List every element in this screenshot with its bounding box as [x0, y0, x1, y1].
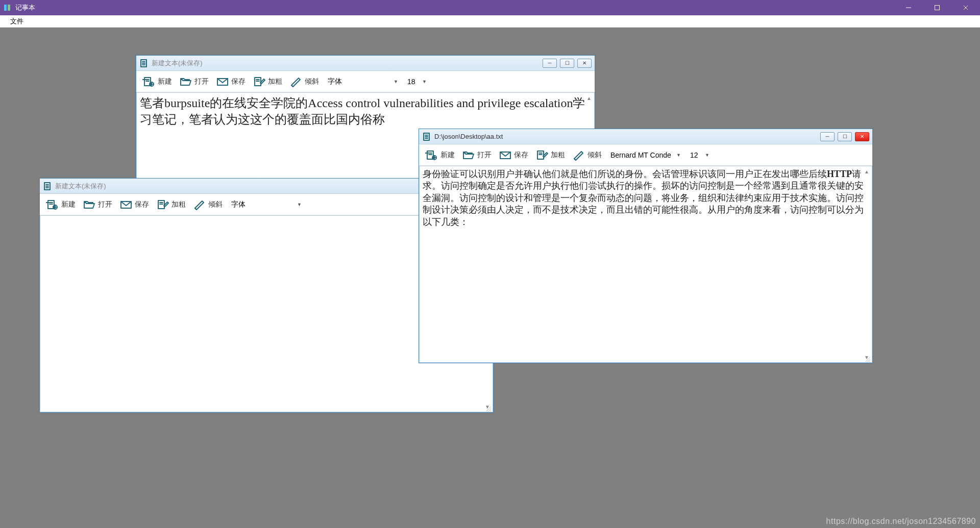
font-family-select[interactable]: 字体▼ — [324, 76, 401, 88]
window-controls — [894, 0, 980, 15]
scroll-up-icon: ▲ — [585, 94, 593, 102]
app-title: 记事本 — [15, 3, 894, 12]
child-close-button[interactable]: ✕ — [855, 132, 869, 141]
child-title: 新建文本(未保存) — [55, 182, 441, 191]
svg-line-35 — [195, 208, 196, 209]
editor-area: 身份验证可以识别用户并确认他们就是他们所说的身份。会话管理标识该同一用户正在发出… — [419, 166, 872, 363]
svg-rect-0 — [4, 5, 7, 11]
svg-rect-3 — [935, 6, 940, 10]
child-minimize-button[interactable]: ─ — [543, 59, 557, 68]
child-title: 新建文本(未保存) — [152, 59, 543, 68]
svg-line-56 — [869, 361, 870, 362]
italic-button[interactable]: 倾斜 — [191, 198, 225, 211]
app-icon — [3, 4, 11, 12]
child-window-3[interactable]: D:\joson\Desktop\aa.txt ─ ☐ ✕ 新建 打开 保存 加… — [419, 129, 873, 363]
italic-button[interactable]: 倾斜 — [287, 75, 321, 88]
chevron-down-icon: ▼ — [297, 202, 302, 207]
chevron-down-icon: ▼ — [676, 153, 681, 158]
toolbar: 新建 打开 保存 加粗 倾斜 字体▼ 18▼ — [136, 71, 595, 92]
font-size-select[interactable]: 18▼ — [404, 76, 429, 88]
text-editor[interactable]: 身份验证可以识别用户并确认他们就是他们所说的身份。会话管理标识该同一用户正在发出… — [420, 166, 872, 362]
document-icon — [43, 182, 52, 191]
minimize-button[interactable] — [894, 0, 923, 15]
open-button[interactable]: 打开 — [460, 148, 494, 162]
scrollbar[interactable]: ▲▼ — [863, 167, 871, 361]
svg-line-53 — [574, 159, 575, 160]
svg-line-38 — [490, 410, 491, 411]
document-icon — [422, 132, 431, 141]
font-family-select[interactable]: 字体▼ — [228, 198, 304, 211]
font-size-select[interactable]: 12▼ — [687, 149, 712, 161]
open-button[interactable]: 打开 — [177, 75, 211, 88]
chevron-down-icon: ▼ — [705, 153, 709, 158]
open-button[interactable]: 打开 — [81, 198, 114, 211]
bold-button[interactable]: 加粗 — [154, 198, 188, 211]
menubar: 文件 — [0, 15, 980, 28]
italic-button[interactable]: 倾斜 — [570, 148, 604, 162]
font-family-select[interactable]: Bernard MT Conde▼ — [607, 149, 683, 161]
child-close-button[interactable]: ✕ — [577, 59, 592, 68]
save-button[interactable]: 保存 — [497, 148, 530, 162]
chevron-down-icon: ▼ — [394, 79, 398, 84]
main-titlebar: 记事本 — [0, 0, 980, 15]
save-button[interactable]: 保存 — [214, 75, 248, 88]
toolbar: 新建 打开 保存 加粗 倾斜 Bernard MT Conde▼ 12▼ — [419, 144, 872, 166]
chevron-down-icon: ▼ — [422, 79, 427, 84]
scroll-up-icon: ▲ — [863, 167, 871, 175]
watermark: https://blog.csdn.net/joson1234567890 — [826, 517, 976, 526]
child-minimize-button[interactable]: ─ — [820, 132, 835, 141]
new-button[interactable]: 新建 — [140, 75, 174, 88]
menu-file[interactable]: 文件 — [5, 16, 29, 27]
bold-button[interactable]: 加粗 — [533, 148, 567, 162]
svg-rect-1 — [8, 5, 10, 11]
bold-button[interactable]: 加粗 — [251, 75, 284, 88]
document-icon — [139, 59, 149, 68]
new-button[interactable]: 新建 — [423, 148, 457, 162]
child-maximize-button[interactable]: ☐ — [560, 59, 574, 68]
new-button[interactable]: 新建 — [44, 198, 78, 211]
child-titlebar[interactable]: 新建文本(未保存) ─ ☐ ✕ — [136, 56, 595, 71]
resize-grip[interactable] — [485, 405, 492, 411]
save-button[interactable]: 保存 — [117, 198, 151, 211]
close-button[interactable] — [951, 0, 980, 15]
svg-line-20 — [291, 85, 292, 86]
child-maximize-button[interactable]: ☐ — [838, 132, 852, 141]
resize-grip[interactable] — [865, 355, 871, 361]
child-titlebar[interactable]: D:\joson\Desktop\aa.txt ─ ☐ ✕ — [419, 129, 872, 144]
child-title: D:\joson\Desktop\aa.txt — [434, 133, 820, 140]
mdi-client-area: 新建文本(未保存) ─ ☐ ✕ 新建 打开 保存 加粗 倾斜 字体▼ 18▼ 笔… — [0, 28, 980, 528]
maximize-button[interactable] — [923, 0, 951, 15]
